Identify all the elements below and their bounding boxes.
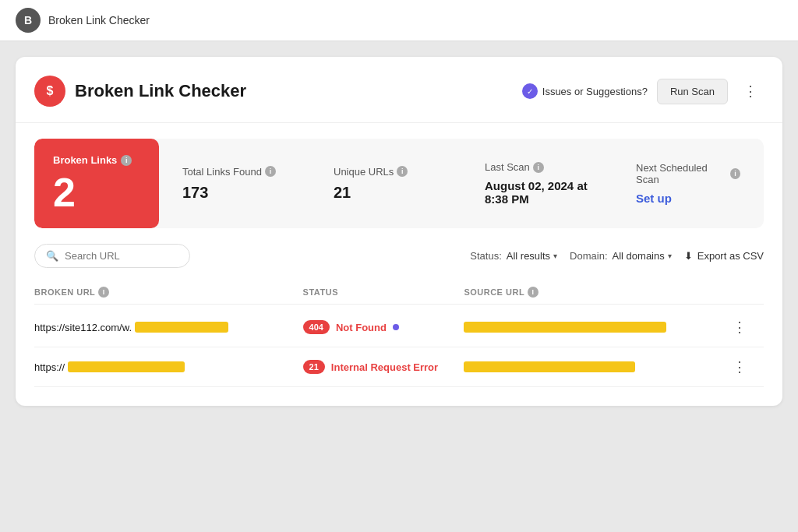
unique-urls-info-icon[interactable]: i bbox=[397, 166, 408, 177]
last-scan-stat: Last Scan i August 02, 2024 at 8:38 PM bbox=[461, 139, 613, 228]
setup-link[interactable]: Set up bbox=[636, 192, 740, 205]
total-links-value: 173 bbox=[182, 184, 287, 202]
page-title: Broken Link Checker bbox=[75, 81, 246, 101]
domain-filter-value: All domains bbox=[613, 250, 665, 262]
status-cell-2: 21 Internal Request Error bbox=[303, 360, 464, 374]
domain-filter: Domain: All domains ▾ bbox=[570, 250, 672, 262]
app-icon-label: $ bbox=[47, 84, 54, 98]
status-filter-select[interactable]: All results ▾ bbox=[507, 250, 557, 262]
col-header-actions bbox=[733, 287, 764, 298]
app-icon: $ bbox=[34, 76, 65, 107]
broken-url-redacted-2 bbox=[68, 361, 185, 372]
row-actions-1: ⋮ bbox=[733, 319, 764, 336]
broken-url-redacted-1 bbox=[135, 322, 228, 333]
broken-url-header-info-icon[interactable]: i bbox=[98, 287, 109, 298]
status-chevron-icon: ▾ bbox=[553, 252, 557, 260]
status-cell-1: 404 Not Found bbox=[303, 320, 464, 334]
status-dot-1 bbox=[393, 324, 399, 330]
source-url-cell-1 bbox=[464, 322, 733, 333]
source-url-header-info-icon[interactable]: i bbox=[528, 287, 538, 298]
export-icon: ⬇ bbox=[684, 250, 693, 262]
broken-links-stat: Broken Links i 2 bbox=[34, 139, 159, 228]
broken-links-count: 2 bbox=[53, 172, 76, 213]
total-links-label: Total Links Found i bbox=[182, 166, 287, 178]
top-bar-title: Broken Link Checker bbox=[48, 14, 150, 26]
card-header: $ Broken Link Checker ✓ Issues or Sugges… bbox=[34, 76, 764, 107]
run-scan-button[interactable]: Run Scan bbox=[657, 79, 728, 104]
col-header-status: Status bbox=[303, 287, 464, 298]
header-divider bbox=[16, 122, 782, 123]
total-links-info-icon[interactable]: i bbox=[265, 166, 276, 177]
top-bar: B Broken Link Checker bbox=[0, 0, 798, 41]
next-scan-stat: Next Scheduled Scan i Set up bbox=[613, 139, 764, 228]
table-row: https:// 21 Internal Request Error ⋮ bbox=[34, 347, 764, 387]
card-title-group: $ Broken Link Checker bbox=[34, 76, 246, 107]
source-url-cell-2 bbox=[464, 361, 733, 372]
status-badge-1: 404 bbox=[303, 320, 330, 334]
last-scan-value: August 02, 2024 at 8:38 PM bbox=[485, 179, 589, 206]
table-header: Broken URL i Status Source URL i bbox=[34, 280, 764, 305]
status-filter-value: All results bbox=[507, 250, 550, 262]
search-input[interactable] bbox=[65, 250, 178, 262]
source-url-redacted-2 bbox=[464, 361, 635, 372]
domain-chevron-icon: ▾ bbox=[668, 252, 672, 260]
status-text-1: Not Found bbox=[336, 322, 387, 333]
filter-group: Status: All results ▾ Domain: All domain… bbox=[470, 250, 764, 262]
issues-link[interactable]: ✓ Issues or Suggestions? bbox=[522, 83, 648, 99]
header-actions: ✓ Issues or Suggestions? Run Scan ⋮ bbox=[522, 79, 764, 104]
row-menu-button-2[interactable]: ⋮ bbox=[733, 358, 747, 375]
issues-icon: ✓ bbox=[522, 83, 538, 99]
row-menu-button-1[interactable]: ⋮ bbox=[733, 319, 747, 336]
domain-filter-label: Domain: bbox=[570, 250, 607, 262]
total-links-stat: Total Links Found i 173 bbox=[159, 139, 310, 228]
filter-bar: 🔍 Status: All results ▾ Domain: All doma… bbox=[34, 244, 764, 268]
next-scan-info-icon[interactable]: i bbox=[730, 168, 740, 179]
broken-links-info-icon[interactable]: i bbox=[121, 155, 132, 166]
status-filter: Status: All results ▾ bbox=[470, 250, 557, 262]
col-header-source-url: Source URL i bbox=[464, 287, 733, 298]
row-actions-2: ⋮ bbox=[733, 358, 764, 375]
export-label: Export as CSV bbox=[697, 250, 764, 262]
main-card: $ Broken Link Checker ✓ Issues or Sugges… bbox=[16, 57, 782, 406]
top-bar-avatar: B bbox=[16, 8, 41, 33]
source-url-redacted-1 bbox=[464, 322, 666, 333]
avatar-initial: B bbox=[24, 14, 32, 26]
next-scan-label: Next Scheduled Scan i bbox=[636, 162, 740, 185]
broken-links-label: Broken Links i bbox=[53, 154, 132, 166]
status-badge-2: 21 bbox=[303, 360, 325, 374]
unique-urls-label: Unique URLs i bbox=[334, 166, 438, 178]
table-row: https://site112.com/w. 404 Not Found ⋮ bbox=[34, 308, 764, 347]
domain-filter-select[interactable]: All domains ▾ bbox=[613, 250, 672, 262]
broken-url-text-1: https://site112.com/w. bbox=[34, 322, 132, 333]
status-text-2: Internal Request Error bbox=[331, 361, 438, 373]
col-header-broken-url: Broken URL i bbox=[34, 287, 303, 298]
last-scan-info-icon[interactable]: i bbox=[533, 162, 544, 173]
issues-label: Issues or Suggestions? bbox=[542, 86, 648, 97]
broken-url-text-2: https:// bbox=[34, 361, 65, 373]
last-scan-label: Last Scan i bbox=[485, 161, 589, 173]
more-menu-button[interactable]: ⋮ bbox=[737, 79, 764, 103]
broken-url-cell-2: https:// bbox=[34, 361, 303, 373]
unique-urls-stat: Unique URLs i 21 bbox=[310, 139, 461, 228]
broken-url-cell-1: https://site112.com/w. bbox=[34, 322, 303, 333]
export-csv-button[interactable]: ⬇ Export as CSV bbox=[684, 250, 764, 262]
stats-section: Broken Links i 2 Total Links Found i 173 bbox=[34, 139, 764, 228]
status-filter-label: Status: bbox=[470, 250, 501, 262]
search-icon: 🔍 bbox=[46, 250, 58, 262]
unique-urls-value: 21 bbox=[334, 184, 438, 202]
search-box[interactable]: 🔍 bbox=[34, 244, 190, 268]
main-content: $ Broken Link Checker ✓ Issues or Sugges… bbox=[0, 41, 798, 421]
stats-row: Broken Links i 2 Total Links Found i 173 bbox=[34, 139, 764, 228]
